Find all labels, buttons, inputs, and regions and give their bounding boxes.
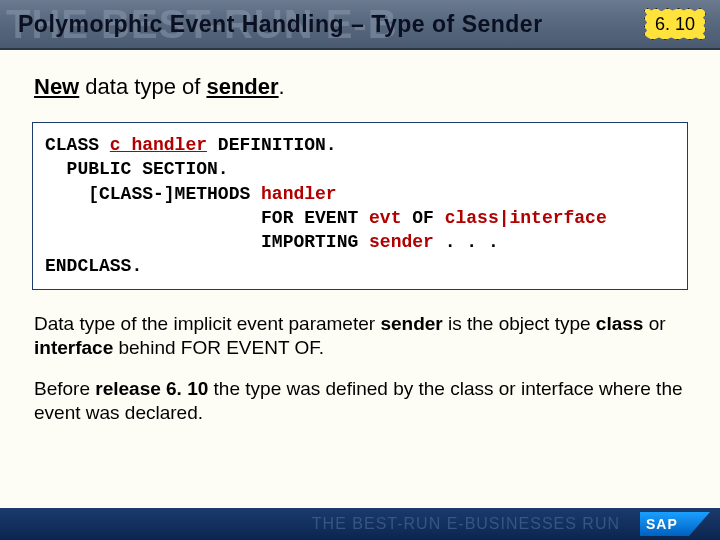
code-method-name: handler [261,184,337,204]
paragraph-2: Before release 6. 10 the type was define… [34,377,686,425]
code-kw-forevent: FOR EVENT [45,208,369,228]
slide-footer: THE BEST-RUN E-BUSINESSES RUN SAP [0,508,720,540]
intro-text: data type of [79,74,206,99]
code-kw-methods: [CLASS-]METHODS [45,184,261,204]
footer-watermark: THE BEST-RUN E-BUSINESSES RUN [0,508,720,540]
p1-class: class [596,313,644,334]
code-kw-public: PUBLIC SECTION. [45,159,229,179]
sap-logo-text: SAP [646,516,678,532]
intro-dot: . [279,74,285,99]
slide-body: New data type of sender. CLASS c_handler… [0,50,720,425]
p2-text-a: Before [34,378,95,399]
p1-text-a: Data type of the implicit event paramete… [34,313,380,334]
version-badge: 6. 10 [644,8,706,40]
code-kw-endclass: ENDCLASS. [45,256,142,276]
p1-text-g: behind FOR EVENT OF. [113,337,324,358]
paragraph-1: Data type of the implicit event paramete… [34,312,686,360]
p1-text-c: is the object type [443,313,596,334]
code-block: CLASS c_handler DEFINITION. PUBLIC SECTI… [32,122,688,290]
code-classname: c_handler [110,135,207,155]
code-class-interface: class|interface [445,208,607,228]
slide-header: THE BEST-RUN E-B Polymorphic Event Handl… [0,0,720,50]
intro-word-sender: sender [206,74,278,99]
code-kw-class: CLASS [45,135,110,155]
p1-text-e: or [643,313,665,334]
code-evt: evt [369,208,401,228]
code-ellipsis: . . . [434,232,499,252]
p2-release: release 6. 10 [95,378,208,399]
intro-word-new: New [34,74,79,99]
p1-sender: sender [380,313,442,334]
code-kw-of: OF [401,208,444,228]
p1-interface: interface [34,337,113,358]
code-kw-definition: DEFINITION. [207,135,337,155]
code-sender: sender [369,232,434,252]
intro-line: New data type of sender. [34,74,692,100]
slide-title: Polymorphic Event Handling – Type of Sen… [18,11,543,38]
code-kw-importing: IMPORTING [45,232,369,252]
